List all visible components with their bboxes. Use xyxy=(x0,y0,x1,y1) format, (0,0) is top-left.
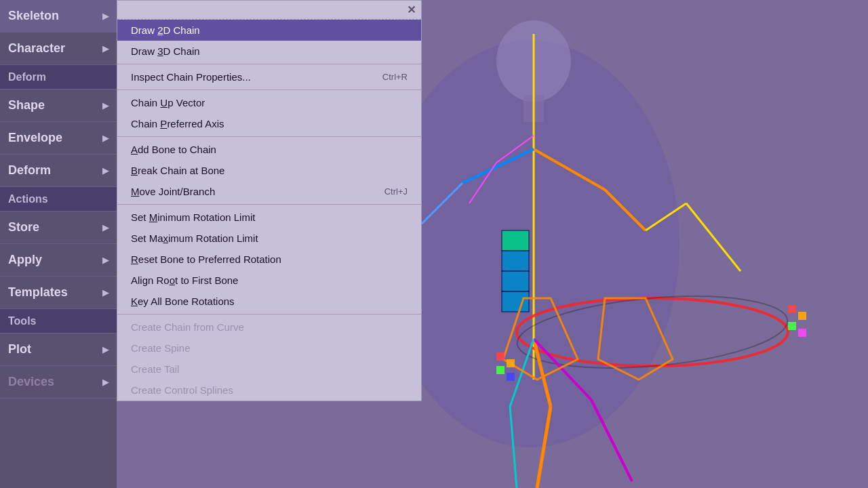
menu-item-label: Create Chain from Curve xyxy=(131,321,244,333)
sidebar-section-label: Tools xyxy=(8,315,36,327)
svg-line-22 xyxy=(510,339,534,407)
sidebar-item-label: Character xyxy=(8,41,65,56)
menu-item-create-tail: Create Tail xyxy=(117,359,421,380)
svg-line-24 xyxy=(496,136,534,163)
sidebar-item-envelope[interactable]: Envelope ▶ xyxy=(0,122,117,155)
skeleton-menu: ✕ Draw 2D Chain Draw 3D Chain Inspect Ch… xyxy=(117,0,422,401)
sidebar-item-plot[interactable]: Plot ▶ xyxy=(0,333,117,366)
svg-rect-14 xyxy=(502,271,529,291)
menu-item-label: Create Spine xyxy=(131,342,191,354)
svg-rect-35 xyxy=(798,329,806,337)
menu-separator xyxy=(117,64,421,64)
chevron-right-icon: ▶ xyxy=(102,256,108,265)
menu-item-break-chain[interactable]: Break Chain at Bone xyxy=(117,160,421,181)
sidebar-item-templates[interactable]: Templates ▶ xyxy=(0,277,117,309)
menu-item-shortcut: Ctrl+J xyxy=(384,186,408,197)
menu-separator xyxy=(117,89,421,90)
menu-item-label: Inspect Chain Properties... xyxy=(131,71,251,83)
sidebar-item-devices[interactable]: Devices ▶ xyxy=(0,366,117,399)
menu-separator xyxy=(117,136,421,137)
svg-rect-33 xyxy=(798,312,806,320)
sidebar-item-deform[interactable]: Deform ▶ xyxy=(0,155,117,187)
menu-item-label: Add Bone to Chain xyxy=(131,144,216,155)
svg-rect-34 xyxy=(788,322,796,330)
chevron-right-icon: ▶ xyxy=(102,134,108,143)
chevron-right-icon: ▶ xyxy=(102,378,108,387)
menu-item-inspect-chain[interactable]: Inspect Chain Properties... Ctrl+R xyxy=(117,66,421,87)
close-button[interactable]: ✕ xyxy=(407,3,416,16)
svg-rect-30 xyxy=(496,366,505,374)
sidebar-section-label: Deform xyxy=(8,71,46,83)
svg-marker-26 xyxy=(503,298,578,380)
svg-line-6 xyxy=(605,190,646,230)
sidebar-section-tools: Tools xyxy=(0,309,117,333)
svg-rect-15 xyxy=(502,291,529,312)
menu-item-chain-up-vector[interactable]: Chain Up Vector xyxy=(117,92,421,113)
sidebar-section-label: Actions xyxy=(8,193,48,205)
chevron-right-icon: ▶ xyxy=(102,288,108,298)
svg-point-1 xyxy=(496,20,571,102)
sidebar-item-store[interactable]: Store ▶ xyxy=(0,211,117,244)
chevron-right-icon: ▶ xyxy=(102,44,108,54)
menu-item-label: Break Chain at Bone xyxy=(131,165,224,176)
sidebar-item-label: Templates xyxy=(8,285,68,300)
menu-item-create-control-splines: Create Control Splines xyxy=(117,380,421,401)
menu-item-label: Chain Preferred Axis xyxy=(131,118,224,129)
svg-line-10 xyxy=(422,183,462,224)
menu-item-label: Set Maximum Rotation Limit xyxy=(131,232,258,244)
svg-rect-13 xyxy=(502,251,529,271)
svg-rect-28 xyxy=(496,352,505,361)
svg-rect-31 xyxy=(507,373,515,381)
svg-line-8 xyxy=(686,203,741,271)
chevron-right-icon: ▶ xyxy=(102,223,108,232)
sidebar-item-label: Plot xyxy=(8,342,31,357)
svg-line-18 xyxy=(534,339,551,407)
menu-item-key-all-rotations[interactable]: Key All Bone Rotations xyxy=(117,291,421,312)
menu-item-label: Create Tail xyxy=(131,363,179,375)
sidebar-item-skeleton[interactable]: Skeleton ▶ xyxy=(0,0,117,33)
menu-item-chain-preferred-axis[interactable]: Chain Preferred Axis xyxy=(117,113,421,134)
svg-marker-27 xyxy=(598,298,673,380)
svg-point-16 xyxy=(517,298,788,366)
menu-item-draw-3d-chain[interactable]: Draw 3D Chain xyxy=(117,41,421,62)
menu-item-reset-bone[interactable]: Reset Bone to Preferred Rotation xyxy=(117,249,421,270)
menu-item-create-chain-curve: Create Chain from Curve xyxy=(117,317,421,338)
menu-item-draw-2d-chain[interactable]: Draw 2D Chain xyxy=(117,20,421,41)
svg-rect-32 xyxy=(788,305,796,313)
menu-item-label: Set Minimum Rotation Limit xyxy=(131,211,255,223)
svg-line-21 xyxy=(591,400,632,481)
menu-item-label: Draw 3D Chain xyxy=(131,45,200,57)
sidebar-item-label: Store xyxy=(8,220,39,235)
sidebar-item-label: Envelope xyxy=(8,131,62,145)
sidebar-item-label: Skeleton xyxy=(8,9,59,23)
sidebar: Skeleton ▶ Character ▶ Deform Shape ▶ En… xyxy=(0,0,117,488)
svg-rect-29 xyxy=(507,359,515,367)
menu-item-label: Reset Bone to Preferred Rotation xyxy=(131,253,281,265)
sidebar-item-shape[interactable]: Shape ▶ xyxy=(0,89,117,122)
menu-item-label: Align Root to First Bone xyxy=(131,274,238,286)
menu-item-align-root[interactable]: Align Root to First Bone xyxy=(117,270,421,291)
menu-header: ✕ xyxy=(117,1,421,20)
sidebar-section-deform: Deform xyxy=(0,65,117,89)
menu-item-label: Key All Bone Rotations xyxy=(131,296,235,307)
sidebar-item-character[interactable]: Character ▶ xyxy=(0,33,117,65)
svg-point-17 xyxy=(514,287,790,378)
svg-line-25 xyxy=(469,163,496,203)
menu-item-create-spine: Create Spine xyxy=(117,338,421,359)
menu-separator xyxy=(117,204,421,205)
menu-item-set-min-rotation[interactable]: Set Minimum Rotation Limit xyxy=(117,207,421,228)
menu-item-label: Chain Up Vector xyxy=(131,97,205,108)
chevron-right-icon: ▶ xyxy=(102,166,108,176)
sidebar-section-actions: Actions xyxy=(0,187,117,211)
menu-item-label: Move Joint/Branch xyxy=(131,186,215,197)
main-area: ✕ Draw 2D Chain Draw 3D Chain Inspect Ch… xyxy=(117,0,868,488)
chevron-right-icon: ▶ xyxy=(102,101,108,110)
svg-point-0 xyxy=(381,41,679,447)
sidebar-item-label: Shape xyxy=(8,98,45,113)
menu-item-add-bone[interactable]: Add Bone to Chain xyxy=(117,139,421,160)
menu-item-move-joint[interactable]: Move Joint/Branch Ctrl+J xyxy=(117,181,421,202)
sidebar-item-label: Deform xyxy=(8,163,51,178)
sidebar-item-apply[interactable]: Apply ▶ xyxy=(0,244,117,277)
menu-item-set-max-rotation[interactable]: Set Maximum Rotation Limit xyxy=(117,228,421,249)
sidebar-item-label: Apply xyxy=(8,253,42,267)
